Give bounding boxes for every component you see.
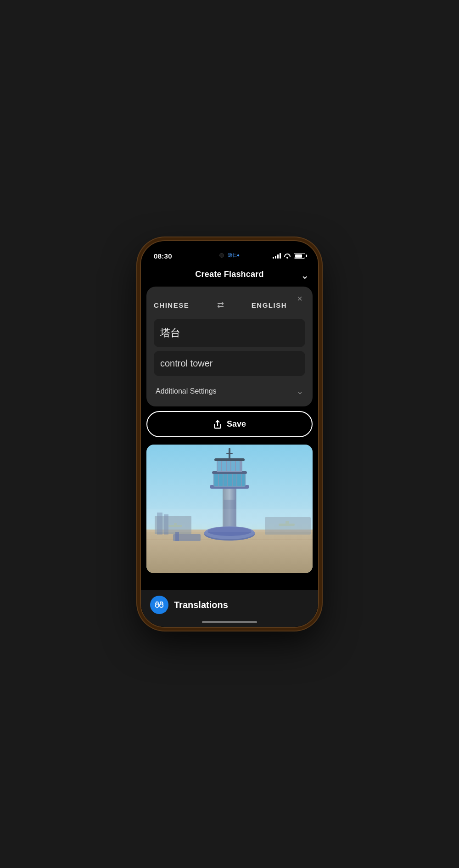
source-word-text: 塔台: [160, 327, 180, 338]
svg-rect-28: [218, 461, 221, 471]
save-button-label: Save: [227, 419, 246, 429]
di-camera-dot: [219, 253, 224, 258]
header-chevron-icon[interactable]: ⌄: [301, 270, 309, 282]
svg-rect-23: [233, 474, 236, 486]
di-content: 源仁●: [219, 252, 240, 259]
bottom-nav-label: Translations: [174, 600, 228, 610]
page-title: Create Flashcard: [195, 270, 263, 279]
svg-rect-24: [237, 474, 241, 486]
save-icon: [213, 420, 222, 429]
source-word-field[interactable]: 塔台: [154, 319, 305, 347]
svg-rect-32: [236, 461, 240, 471]
svg-rect-29: [222, 461, 226, 471]
status-bar: 08:30 源仁●: [141, 241, 318, 264]
svg-rect-19: [214, 474, 218, 486]
target-word-text: control tower: [160, 358, 213, 368]
svg-point-46: [160, 604, 163, 607]
battery-fill: [295, 254, 302, 258]
wifi-icon: [284, 253, 291, 259]
settings-chevron-icon: ⌄: [297, 386, 303, 396]
svg-rect-35: [226, 453, 233, 454]
save-button[interactable]: Save: [146, 411, 313, 437]
svg-point-45: [156, 604, 159, 607]
svg-rect-44: [146, 509, 313, 532]
language-row: CHINESE ⇄ ENGLISH: [154, 294, 305, 319]
status-right-icons: [273, 253, 305, 259]
phone-screen: 08:30 源仁● Create F: [141, 241, 318, 627]
additional-settings-label: Additional Settings: [156, 387, 217, 395]
nav-icon: [150, 596, 168, 614]
target-language-label[interactable]: ENGLISH: [252, 301, 287, 309]
svg-rect-21: [224, 474, 227, 486]
screen-content: Create Flashcard ⌄ × CHINESE ⇄ ENGLISH 塔…: [141, 264, 318, 627]
flashcard-card: × CHINESE ⇄ ENGLISH 塔台 control tower: [146, 287, 313, 406]
svg-rect-4: [146, 546, 313, 547]
signal-icon: [273, 253, 281, 259]
swap-languages-button[interactable]: ⇄: [213, 298, 228, 312]
svg-rect-25: [242, 474, 245, 486]
additional-settings-row[interactable]: Additional Settings ⌄: [154, 380, 305, 399]
dynamic-island: 源仁●: [202, 248, 257, 263]
status-time: 08:30: [154, 252, 172, 260]
svg-rect-31: [231, 461, 235, 471]
svg-rect-30: [227, 461, 230, 471]
binoculars-icon: [154, 600, 164, 610]
target-word-field[interactable]: control tower: [154, 351, 305, 376]
svg-rect-20: [219, 474, 223, 486]
di-text: 源仁●: [228, 252, 240, 259]
svg-rect-43: [175, 532, 179, 541]
header: Create Flashcard ⌄: [141, 264, 318, 287]
swap-icon: ⇄: [217, 300, 224, 310]
flashcard-image: [146, 445, 313, 573]
svg-rect-22: [228, 474, 232, 486]
home-indicator: [202, 621, 257, 623]
close-button[interactable]: ×: [293, 292, 306, 305]
phone-frame: 08:30 源仁● Create F: [140, 240, 319, 628]
source-language-label[interactable]: CHINESE: [154, 301, 189, 309]
battery-icon: [294, 253, 305, 259]
